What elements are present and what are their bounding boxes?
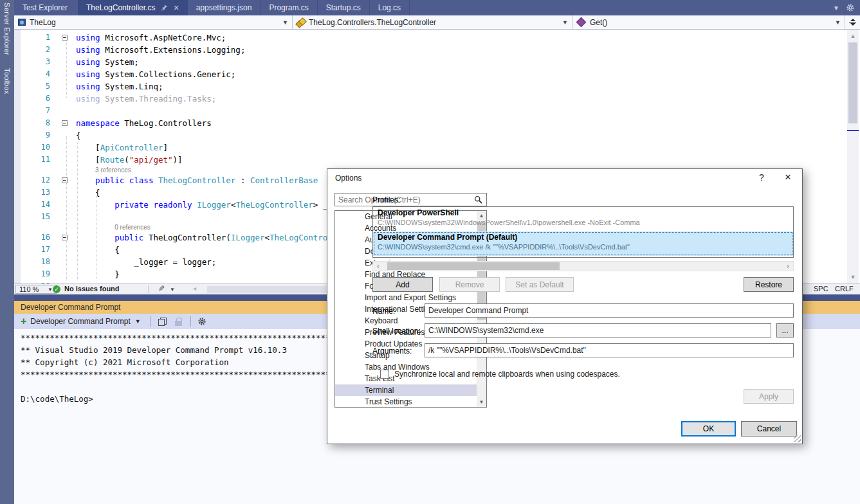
tab-log-cs[interactable]: Log.cs xyxy=(370,0,410,15)
profile-row-developer-command-prompt-default[interactable]: Developer Command Prompt (Default)C:\WIN… xyxy=(373,231,793,256)
code-text: using System.Threading.Tasks; xyxy=(72,93,216,105)
sidebar-item-toolbox[interactable]: Toolbox xyxy=(3,68,11,94)
code-cleanup-icon[interactable]: ✎ xyxy=(158,284,165,293)
split-editor-icon[interactable] xyxy=(845,15,860,29)
ok-button[interactable]: OK xyxy=(681,421,736,437)
code-text: [ApiController] xyxy=(72,141,168,154)
profiles-label: Profiles: xyxy=(372,195,400,204)
chevron-down-icon[interactable]: ▼ xyxy=(135,318,141,325)
line-number: 2 xyxy=(14,44,59,56)
scrollbar-thumb[interactable] xyxy=(387,262,560,270)
tool-window-strip: Server Explorer Toolbox xyxy=(0,0,14,504)
restore-button[interactable]: Restore xyxy=(744,277,794,292)
tab-program-cs[interactable]: Program.cs xyxy=(261,0,317,15)
chevron-down-icon: ▼ xyxy=(48,287,53,292)
tab-thelogcontroller-cs[interactable]: TheLogController.cs✕ xyxy=(78,0,188,15)
profiles-list[interactable]: Developer PowerShellC:\WINDOWS\system32\… xyxy=(372,206,794,258)
line-number: 11 xyxy=(14,154,59,166)
scroll-left-icon[interactable]: ‹ xyxy=(373,262,383,271)
line-number: 6 xyxy=(14,93,59,105)
method-icon xyxy=(576,17,587,28)
vertical-scrollbar[interactable]: ▲ ▼ xyxy=(847,30,859,284)
sync-clipboards-checkbox[interactable] xyxy=(380,370,389,379)
dialog-title-bar[interactable]: Options ? ✕ xyxy=(327,169,802,187)
search-icon[interactable] xyxy=(474,195,482,204)
terminal-title: Developer Command Prompt xyxy=(21,303,120,312)
sidebar-item-server-explorer[interactable]: Server Explorer xyxy=(3,3,11,55)
search-options-input[interactable] xyxy=(334,193,487,206)
set-as-default-button[interactable]: Set as Default xyxy=(506,277,574,292)
profile-row-developer-powershell[interactable]: Developer PowerShellC:\WINDOWS\system32\… xyxy=(373,207,793,231)
scrollbar-thumb[interactable] xyxy=(848,42,857,123)
gear-icon[interactable] xyxy=(197,317,206,326)
code-text xyxy=(72,105,76,117)
pin-icon[interactable] xyxy=(161,4,167,11)
separator xyxy=(148,285,149,293)
line-ending-indicator: CRLF xyxy=(835,285,854,292)
category-item-import-and-export-settings[interactable]: Import and Export Settings xyxy=(335,292,486,303)
help-button[interactable]: ? xyxy=(756,172,767,183)
tabs-container: Test ExplorerTheLogController.cs✕appsett… xyxy=(14,0,410,15)
health-check-icon[interactable]: ✓ xyxy=(53,285,60,293)
code-text: private readonly ILogger<TheLogControlle… xyxy=(72,199,361,211)
scroll-left-icon[interactable]: ◄ xyxy=(192,285,197,292)
fold-collapse-icon[interactable] xyxy=(59,231,72,244)
code-line[interactable]: 2using Microsoft.Extensions.Logging; xyxy=(14,44,847,56)
navigation-bar: TheLog ▼ TheLog.Controllers.TheLogContro… xyxy=(14,15,860,30)
gear-icon[interactable] xyxy=(846,3,855,12)
scroll-down-icon[interactable]: ▼ xyxy=(847,272,859,282)
add-terminal-icon[interactable]: + xyxy=(21,316,26,327)
dialog-title: Options xyxy=(335,174,361,183)
code-line[interactable]: 9{ xyxy=(14,129,847,141)
member-dropdown[interactable]: Get() ▼ xyxy=(572,15,845,29)
apply-button[interactable]: Apply xyxy=(744,389,794,404)
fold-collapse-icon[interactable] xyxy=(59,174,72,186)
arguments-field[interactable] xyxy=(425,343,794,357)
code-line[interactable]: 3using System; xyxy=(14,56,847,68)
code-line[interactable]: 4using System.Collections.Generic; xyxy=(14,68,847,80)
tab-label: appsettings.json xyxy=(196,3,252,12)
fold-collapse-icon[interactable] xyxy=(59,117,72,129)
tab-test-explorer[interactable]: Test Explorer xyxy=(14,0,76,15)
code-text: [Route("api/get")] xyxy=(72,154,183,166)
close-icon[interactable]: ✕ xyxy=(782,172,794,182)
code-line[interactable]: 5using System.Linq; xyxy=(14,80,847,93)
zoom-level-dropdown[interactable]: 110 % ▼ xyxy=(15,285,57,294)
code-line[interactable]: 7 xyxy=(14,105,847,117)
copy-icon[interactable] xyxy=(158,318,167,326)
tab-startup-cs[interactable]: Startup.cs xyxy=(318,0,370,15)
shell-location-field[interactable] xyxy=(425,323,771,338)
cancel-button[interactable]: Cancel xyxy=(741,421,797,437)
profile-name: Developer PowerShell xyxy=(378,208,793,217)
profiles-horizontal-scrollbar[interactable]: ‹ › xyxy=(372,261,794,271)
fold-collapse-icon[interactable] xyxy=(59,32,72,44)
code-line[interactable]: 10 [ApiController] xyxy=(14,141,847,154)
project-dropdown[interactable]: TheLog ▼ xyxy=(14,15,293,29)
line-number: 15 xyxy=(14,211,59,223)
scroll-right-icon[interactable]: › xyxy=(783,262,793,271)
name-field[interactable] xyxy=(425,303,794,318)
category-item-terminal[interactable]: Terminal xyxy=(335,384,486,396)
code-text: namespace TheLog.Controllers xyxy=(72,117,212,129)
issues-status-label[interactable]: No issues found xyxy=(64,285,120,292)
line-number: 10 xyxy=(14,141,59,154)
scroll-down-icon[interactable]: ▼ xyxy=(477,397,486,407)
code-line[interactable]: 8namespace TheLog.Controllers xyxy=(14,117,847,129)
chevron-down-icon[interactable]: ▼ xyxy=(833,4,839,12)
new-terminal-dropdown[interactable]: Developer Command Prompt xyxy=(30,317,130,326)
tab-appsettings-json[interactable]: appsettings.json xyxy=(188,0,261,15)
resize-grip[interactable] xyxy=(794,435,801,442)
close-icon[interactable]: ✕ xyxy=(173,4,179,12)
category-item-trust-settings[interactable]: Trust Settings xyxy=(335,396,486,408)
type-dropdown[interactable]: TheLog.Controllers.TheLogController ▼ xyxy=(293,15,572,29)
scroll-up-icon[interactable]: ▲ xyxy=(847,31,859,41)
fold-margin xyxy=(59,268,72,280)
add-button[interactable]: Add xyxy=(372,277,433,292)
chevron-down-icon[interactable]: ▼ xyxy=(170,287,175,292)
code-line[interactable]: 6using System.Threading.Tasks; xyxy=(14,93,847,105)
remove-button[interactable]: Remove xyxy=(439,277,500,292)
code-line[interactable]: 1using Microsoft.AspNetCore.Mvc; xyxy=(14,32,847,44)
line-number: 5 xyxy=(14,80,59,93)
browse-button[interactable]: ... xyxy=(776,323,794,338)
code-line[interactable]: 11 [Route("api/get")] xyxy=(14,154,847,166)
